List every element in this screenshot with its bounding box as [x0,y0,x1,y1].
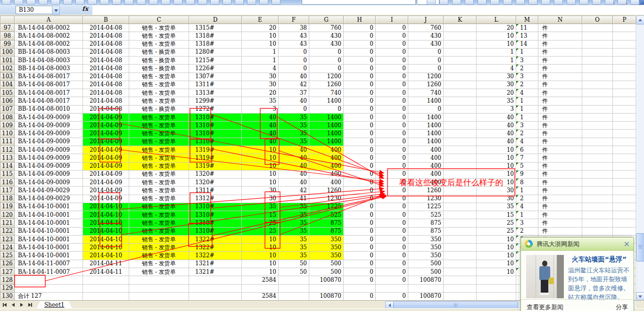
cell-G97[interactable]: 760 [309,24,344,32]
align-left-icon[interactable] [465,0,474,5]
cell-B119[interactable]: 2014-04-10 [83,203,129,211]
row-header-106[interactable]: 106 [0,97,15,105]
cell-A121[interactable]: BA-14-04-10-0001 [15,219,83,227]
cell-M119[interactable]: 4 [516,203,538,211]
cell-E103[interactable]: 30 [242,73,279,81]
cell-M97[interactable]: 11 [516,24,538,32]
cell-J112[interactable]: 400 [408,146,444,154]
cell-F99[interactable]: 43 [279,40,309,48]
cell-P97[interactable] [613,24,636,32]
cell-I113[interactable]: 0 [376,154,408,162]
redo-icon[interactable] [161,0,170,5]
cell-D129[interactable] [189,284,242,292]
cell-C103[interactable]: 销售 - 发货单 [129,73,189,81]
cell-G104[interactable]: 1260 [309,81,344,89]
cell-O108[interactable] [582,113,613,121]
cell-I100[interactable]: 0 [376,48,408,56]
cell-D99[interactable]: 1318# [189,40,242,48]
cell-B105[interactable]: 2014-04-08 [83,89,129,97]
cell-J111[interactable]: 1400 [408,138,444,146]
cell-B122[interactable]: 2014-04-10 [83,227,129,235]
cell-J99[interactable]: 430 [408,40,444,48]
cell-H103[interactable]: 0 [344,73,376,81]
cell-C119[interactable]: 销售 - 发货单 [129,203,189,211]
cell-J120[interactable]: 525 [408,211,444,219]
cell-N111[interactable]: 件 [538,138,582,146]
cell-P99[interactable] [613,40,636,48]
cell-H128[interactable]: 0 [344,276,376,284]
cell-A102[interactable]: BB-14-04-08-0003 [15,65,83,73]
cell-B114[interactable]: 2014-04-09 [83,162,129,170]
cell-I106[interactable]: 0 [376,97,408,105]
cell-K101[interactable] [444,57,477,65]
cell-L97[interactable]: 20 [477,24,516,32]
cell-G101[interactable]: 0 [309,57,344,65]
cell-H97[interactable]: 0 [344,24,376,32]
cell-H109[interactable]: 0 [344,122,376,130]
cell-J122[interactable]: 875 [408,227,444,235]
cell-E108[interactable]: 40 [242,113,279,121]
cell-D97[interactable]: 1315# [189,24,242,32]
row-header-123[interactable]: 123 [0,235,15,243]
cell-G118[interactable]: 1230 [309,195,344,203]
cell-A119[interactable]: BA-14-04-10-0001 [15,203,83,211]
cell-E111[interactable]: 40 [242,138,279,146]
cell-K128[interactable] [444,276,477,284]
row-header-98[interactable]: 98 [0,32,15,40]
cell-D98[interactable]: 1318# [189,32,242,40]
cell-I107[interactable]: 0 [376,105,408,113]
cell-G125[interactable]: 350 [309,252,344,260]
cell-I110[interactable]: 0 [376,130,408,138]
cell-D130[interactable] [189,292,242,300]
vertical-scrollbar[interactable] [636,16,644,300]
row-header-102[interactable]: 102 [0,65,15,73]
cell-D117[interactable]: 1311# [189,187,242,195]
cell-K99[interactable] [444,40,477,48]
row-header-100[interactable]: 100 [0,48,15,56]
cell-P102[interactable] [613,65,636,73]
cell-K130[interactable] [444,292,477,300]
column-header-J[interactable]: J [408,16,444,24]
cell-O109[interactable] [582,122,613,130]
row-header-121[interactable]: 121 [0,219,15,227]
cell-O107[interactable] [582,105,613,113]
cell-G111[interactable]: 1400 [309,138,344,146]
cell-E98[interactable]: 10 [242,32,279,40]
cell-N97[interactable]: 件 [538,24,582,32]
cell-G107[interactable]: 0 [309,105,344,113]
cell-N113[interactable]: 件 [538,154,582,162]
row-header-97[interactable]: 97 [0,24,15,32]
cell-A129[interactable] [15,284,83,292]
cell-G128[interactable]: 100870 [309,276,344,284]
cell-O117[interactable] [582,187,613,195]
column-header-B[interactable]: B [83,16,129,24]
increase-decimal-icon[interactable] [554,0,563,5]
column-header-D[interactable]: D [189,16,242,24]
cell-F118[interactable]: 41 [279,195,309,203]
cell-B112[interactable]: 2014-04-09 [83,146,129,154]
cell-H100[interactable]: 0 [344,48,376,56]
cell-D105[interactable]: 1313# [189,89,242,97]
cell-O112[interactable] [582,146,613,154]
cell-E101[interactable]: 1 [242,57,279,65]
cell-I111[interactable]: 0 [376,138,408,146]
cell-L108[interactable]: 40 [477,113,516,121]
cell-A122[interactable]: BA-14-04-10-0001 [15,227,83,235]
cell-N99[interactable]: 件 [538,40,582,48]
cell-M110[interactable]: 2 [516,130,538,138]
cell-C97[interactable]: 销售 - 发货单 [129,24,189,32]
cell-E97[interactable]: 20 [242,24,279,32]
cell-I127[interactable]: 0 [376,268,408,276]
cell-A114[interactable]: BA-14-04-09-0009 [15,162,83,170]
cell-J121[interactable]: 875 [408,219,444,227]
cell-G102[interactable]: 0 [309,65,344,73]
cell-G117[interactable]: 1260 [309,187,344,195]
cell-O121[interactable] [582,219,613,227]
cell-G99[interactable]: 430 [309,40,344,48]
increase-indent-icon[interactable] [592,0,601,5]
cell-C121[interactable]: 销售 - 发货单 [129,219,189,227]
cell-N118[interactable]: 件 [538,195,582,203]
cell-B109[interactable]: 2014-04-09 [83,122,129,130]
cell-I105[interactable]: 0 [376,89,408,97]
cell-F125[interactable]: 35 [279,252,309,260]
